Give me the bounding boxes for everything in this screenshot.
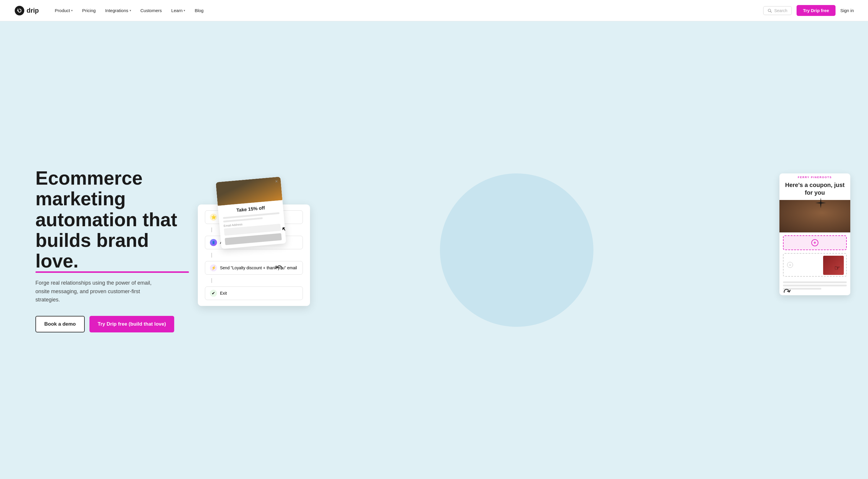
email-cursor-icon: ☞ [834,264,840,272]
svg-line-3 [771,11,772,12]
email-line-2 [783,285,847,286]
integrations-chevron-icon: ▾ [130,9,131,12]
flow-node-exit: ✔ Exit [205,286,303,300]
product-chevron-icon: ▾ [71,9,73,12]
nav-blog[interactable]: Blog [190,6,208,15]
hero-content: Ecommerce marketing automation that buil… [35,168,189,333]
hero-headline: Ecommerce marketing automation that buil… [35,168,189,272]
search-box[interactable]: Search [763,6,792,15]
flow-connector-3 [211,278,212,283]
email-add-block-icon[interactable]: + [811,239,818,246]
hero-illustration: × Take 15% off Email Address ↖ ⭐ Repeat … [189,168,844,333]
nav-customers[interactable]: Customers [136,6,166,15]
nav-learn[interactable]: Learn ▾ [167,6,189,15]
hero-buttons: Book a demo Try Drip free (build that lo… [35,316,189,333]
popup-card: × Take 15% off Email Address ↖ [216,177,286,249]
star-icon: ⭐ [210,213,217,220]
email-add-small-icon[interactable]: + [787,262,793,268]
hero-section: Ecommerce marketing automation that buil… [0,21,868,479]
bg-circle-decoration [440,173,593,327]
flow-connector-1 [211,228,212,232]
popup-content: Take 15% off Email Address [218,200,286,249]
avatar-icon: 👤 [210,239,217,246]
hero-highlight: builds brand love. [35,230,189,272]
popup-close-icon[interactable]: × [275,179,278,184]
search-label: Search [774,8,787,13]
try-drip-free-button[interactable]: Try Drip free [797,5,836,16]
nav-product[interactable]: Product ▾ [51,6,77,15]
sign-in-button[interactable]: Sign in [840,8,854,13]
check-icon: ✔ [210,289,217,297]
flow-connector-2 [211,253,212,258]
search-icon [768,8,772,13]
logo-text: drip [27,7,39,14]
navbar: drip Product ▾ Pricing Integrations ▾ Cu… [0,0,868,21]
logo-link[interactable]: drip [14,5,39,16]
svg-point-0 [15,6,24,15]
email-line-1 [783,281,847,283]
svg-point-1 [17,10,19,11]
email-product-image [823,256,844,275]
email-brand-label: FERRY PINEROOTS [779,173,850,181]
nav-integrations[interactable]: Integrations ▾ [101,6,135,15]
hero-try-free-button[interactable]: Try Drip free (build that love) [89,316,174,333]
bolt-icon: ⚡ [210,264,217,271]
email-dashed-placeholder: + ☞ [783,253,847,277]
nav-pricing[interactable]: Pricing [78,6,100,15]
book-demo-button[interactable]: Book a demo [35,316,85,333]
flow-node-send-email: ⚡ Send "Loyalty discount + thank you" em… [205,261,303,275]
sparkle-icon [815,197,827,211]
email-card: FERRY PINEROOTS Here's a coupon, just fo… [779,173,850,295]
nav-right: Search Try Drip free Sign in [763,5,854,16]
nav-links: Product ▾ Pricing Integrations ▾ Custome… [51,6,764,15]
email-pink-placeholder: + [783,235,847,250]
hero-subtext: Forge real relationships using the power… [35,279,165,304]
learn-chevron-icon: ▾ [184,9,185,12]
